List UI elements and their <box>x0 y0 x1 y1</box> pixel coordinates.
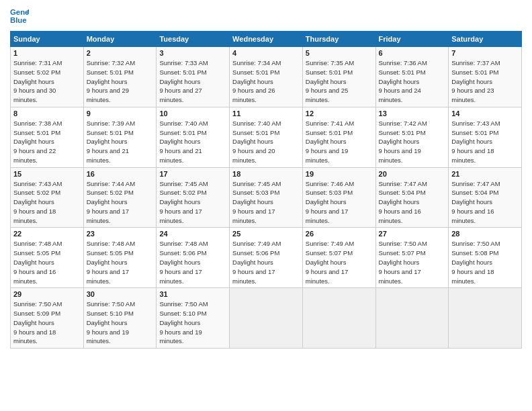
calendar-cell: 13 Sunrise: 7:42 AM Sunset: 5:01 PM Dayl… <box>375 107 449 167</box>
daylight-duration: 9 hours and 19 minutes. <box>159 328 202 345</box>
sunset-label: Sunset: 5:09 PM <box>13 310 60 317</box>
daylight-duration: 9 hours and 27 minutes. <box>159 87 202 103</box>
sunset-label: Sunset: 5:01 PM <box>379 68 426 76</box>
sunset-label: Sunset: 5:01 PM <box>306 68 353 76</box>
sunrise-label: Sunrise: 7:46 AM <box>306 180 354 187</box>
daylight-duration: 9 hours and 18 minutes. <box>451 147 494 164</box>
weekday-header: Monday <box>83 32 157 47</box>
calendar-cell: 9 Sunrise: 7:39 AM Sunset: 5:01 PM Dayli… <box>83 107 157 167</box>
calendar-cell: 2 Sunrise: 7:32 AM Sunset: 5:01 PM Dayli… <box>83 47 157 107</box>
calendar-cell: 6 Sunrise: 7:36 AM Sunset: 5:01 PM Dayli… <box>375 47 449 107</box>
daylight-label: Daylight hours <box>306 138 347 145</box>
sunrise-label: Sunrise: 7:50 AM <box>13 300 62 308</box>
daylight-duration: 9 hours and 16 minutes. <box>13 268 56 285</box>
calendar-cell: 25 Sunrise: 7:49 AM Sunset: 5:06 PM Dayl… <box>230 228 303 288</box>
sunrise-label: Sunrise: 7:33 AM <box>159 59 208 66</box>
day-number: 22 <box>13 230 81 238</box>
sunrise-label: Sunrise: 7:43 AM <box>13 180 62 187</box>
daylight-duration: 9 hours and 22 minutes. <box>13 147 56 164</box>
daylight-duration: 9 hours and 30 minutes. <box>13 87 56 103</box>
daylight-label: Daylight hours <box>451 259 492 266</box>
daylight-label: Daylight hours <box>159 259 200 266</box>
calendar-cell: 7 Sunrise: 7:37 AM Sunset: 5:01 PM Dayli… <box>449 47 522 107</box>
daylight-duration: 9 hours and 17 minutes. <box>232 268 275 285</box>
day-number: 13 <box>379 109 446 118</box>
day-number: 18 <box>232 170 300 178</box>
sunrise-label: Sunrise: 7:31 AM <box>13 59 62 66</box>
daylight-duration: 9 hours and 17 minutes. <box>232 208 275 224</box>
day-info: Sunrise: 7:43 AM Sunset: 5:01 PM Dayligh… <box>451 119 519 165</box>
daylight-duration: 9 hours and 19 minutes. <box>306 147 348 164</box>
daylight-duration: 9 hours and 19 minutes. <box>379 147 421 164</box>
calendar-cell: 8 Sunrise: 7:38 AM Sunset: 5:01 PM Dayli… <box>11 107 84 167</box>
daylight-duration: 9 hours and 21 minutes. <box>159 147 202 164</box>
daylight-duration: 9 hours and 16 minutes. <box>379 208 421 224</box>
day-info: Sunrise: 7:39 AM Sunset: 5:01 PM Dayligh… <box>87 119 154 165</box>
calendar-cell: 31 Sunrise: 7:50 AM Sunset: 5:10 PM Dayl… <box>157 288 230 349</box>
sunrise-label: Sunrise: 7:44 AM <box>87 180 135 187</box>
calendar-cell: 19 Sunrise: 7:46 AM Sunset: 5:03 PM Dayl… <box>302 167 375 228</box>
daylight-duration: 9 hours and 26 minutes. <box>232 87 275 103</box>
sunrise-label: Sunrise: 7:48 AM <box>159 240 208 247</box>
calendar-week-row: 1 Sunrise: 7:31 AM Sunset: 5:02 PM Dayli… <box>11 47 522 107</box>
day-number: 9 <box>87 109 154 118</box>
day-info: Sunrise: 7:50 AM Sunset: 5:10 PM Dayligh… <box>87 300 154 346</box>
day-number: 2 <box>87 49 154 57</box>
sunrise-label: Sunrise: 7:48 AM <box>87 240 135 247</box>
calendar-cell: 18 Sunrise: 7:45 AM Sunset: 5:03 PM Dayl… <box>230 167 303 228</box>
day-info: Sunrise: 7:45 AM Sunset: 5:03 PM Dayligh… <box>232 179 300 226</box>
sunset-label: Sunset: 5:08 PM <box>451 249 498 257</box>
daylight-label: Daylight hours <box>379 78 420 85</box>
day-info: Sunrise: 7:38 AM Sunset: 5:01 PM Dayligh… <box>13 119 81 165</box>
day-info: Sunrise: 7:43 AM Sunset: 5:02 PM Dayligh… <box>13 179 81 226</box>
day-info: Sunrise: 7:46 AM Sunset: 5:03 PM Dayligh… <box>306 179 373 226</box>
day-info: Sunrise: 7:50 AM Sunset: 5:07 PM Dayligh… <box>379 239 446 285</box>
sunrise-label: Sunrise: 7:34 AM <box>232 59 281 66</box>
calendar-table: SundayMondayTuesdayWednesdayThursdayFrid… <box>10 31 522 349</box>
sunset-label: Sunset: 5:02 PM <box>13 189 60 196</box>
day-number: 4 <box>232 49 300 57</box>
day-number: 26 <box>306 230 373 238</box>
daylight-label: Daylight hours <box>13 259 54 266</box>
calendar-cell: 5 Sunrise: 7:35 AM Sunset: 5:01 PM Dayli… <box>302 47 375 107</box>
day-info: Sunrise: 7:32 AM Sunset: 5:01 PM Dayligh… <box>87 58 154 105</box>
daylight-duration: 9 hours and 18 minutes. <box>13 208 56 224</box>
daylight-duration: 9 hours and 24 minutes. <box>379 87 421 103</box>
day-number: 23 <box>87 230 154 238</box>
day-info: Sunrise: 7:45 AM Sunset: 5:02 PM Dayligh… <box>159 179 226 226</box>
daylight-label: Daylight hours <box>159 138 200 145</box>
sunset-label: Sunset: 5:07 PM <box>379 249 426 257</box>
day-number: 7 <box>451 49 519 57</box>
daylight-duration: 9 hours and 17 minutes. <box>379 268 421 285</box>
day-info: Sunrise: 7:33 AM Sunset: 5:01 PM Dayligh… <box>159 58 226 105</box>
calendar-cell <box>230 288 303 349</box>
daylight-duration: 9 hours and 19 minutes. <box>87 328 129 345</box>
sunrise-label: Sunrise: 7:50 AM <box>87 300 135 308</box>
day-info: Sunrise: 7:50 AM Sunset: 5:08 PM Dayligh… <box>451 239 519 285</box>
daylight-label: Daylight hours <box>379 138 420 145</box>
sunset-label: Sunset: 5:10 PM <box>87 310 134 317</box>
sunrise-label: Sunrise: 7:43 AM <box>451 120 500 127</box>
sunrise-label: Sunrise: 7:47 AM <box>379 180 427 187</box>
sunrise-label: Sunrise: 7:32 AM <box>87 59 135 66</box>
sunset-label: Sunset: 5:04 PM <box>379 189 426 196</box>
daylight-duration: 9 hours and 25 minutes. <box>306 87 348 103</box>
daylight-label: Daylight hours <box>13 138 54 145</box>
day-info: Sunrise: 7:48 AM Sunset: 5:05 PM Dayligh… <box>13 239 81 285</box>
daylight-label: Daylight hours <box>87 259 128 266</box>
weekday-header: Sunday <box>11 32 84 47</box>
day-number: 6 <box>379 49 446 57</box>
daylight-label: Daylight hours <box>13 78 54 85</box>
day-number: 12 <box>306 109 373 118</box>
sunrise-label: Sunrise: 7:48 AM <box>13 240 62 247</box>
day-info: Sunrise: 7:40 AM Sunset: 5:01 PM Dayligh… <box>232 119 300 165</box>
daylight-label: Daylight hours <box>159 78 200 85</box>
daylight-label: Daylight hours <box>306 259 347 266</box>
day-number: 17 <box>159 170 226 178</box>
sunrise-label: Sunrise: 7:37 AM <box>451 59 500 66</box>
calendar-header-row: SundayMondayTuesdayWednesdayThursdayFrid… <box>11 32 522 47</box>
sunset-label: Sunset: 5:01 PM <box>232 129 279 136</box>
daylight-duration: 9 hours and 17 minutes. <box>306 208 348 224</box>
daylight-duration: 9 hours and 20 minutes. <box>232 147 275 164</box>
day-number: 31 <box>159 290 226 298</box>
